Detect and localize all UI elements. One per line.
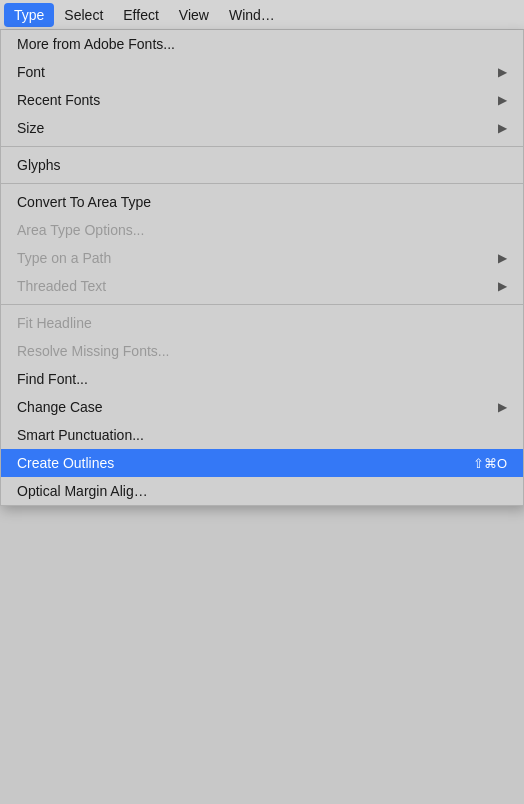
menu-item-fit-headline-label: Fit Headline xyxy=(17,315,92,331)
menu-item-font[interactable]: Font ▶ xyxy=(1,58,523,86)
menu-item-threaded-text[interactable]: Threaded Text ▶ xyxy=(1,272,523,300)
menu-item-create-outlines[interactable]: Create Outlines ⇧⌘O xyxy=(1,449,523,477)
menu-item-area-type-options[interactable]: Area Type Options... xyxy=(1,216,523,244)
menu-item-glyphs[interactable]: Glyphs xyxy=(1,151,523,179)
menu-item-area-type-options-label: Area Type Options... xyxy=(17,222,144,238)
menu-item-more-from-adobe[interactable]: More from Adobe Fonts... xyxy=(1,30,523,58)
menu-item-find-font[interactable]: Find Font... xyxy=(1,365,523,393)
menu-item-threaded-text-label: Threaded Text xyxy=(17,278,106,294)
menu-bar-type[interactable]: Type xyxy=(4,3,54,27)
separator-3 xyxy=(1,304,523,305)
menu-bar: Type Select Effect View Wind… xyxy=(0,0,524,30)
menu-bar-select[interactable]: Select xyxy=(54,3,113,27)
menu-bar-effect[interactable]: Effect xyxy=(113,3,169,27)
size-submenu-chevron: ▶ xyxy=(498,121,507,135)
menu-item-change-case[interactable]: Change Case ▶ xyxy=(1,393,523,421)
menu-item-change-case-label: Change Case xyxy=(17,399,103,415)
menu-item-font-label: Font xyxy=(17,64,45,80)
menu-item-smart-punctuation[interactable]: Smart Punctuation... xyxy=(1,421,523,449)
separator-1 xyxy=(1,146,523,147)
menu-item-create-outlines-label: Create Outlines xyxy=(17,455,114,471)
menu-item-glyphs-label: Glyphs xyxy=(17,157,61,173)
menu-item-resolve-missing-label: Resolve Missing Fonts... xyxy=(17,343,170,359)
menu-item-resolve-missing[interactable]: Resolve Missing Fonts... xyxy=(1,337,523,365)
menu-item-create-outlines-shortcut: ⇧⌘O xyxy=(473,456,507,471)
menu-item-convert-to-area-label: Convert To Area Type xyxy=(17,194,151,210)
font-submenu-chevron: ▶ xyxy=(498,65,507,79)
menu-item-convert-to-area[interactable]: Convert To Area Type xyxy=(1,188,523,216)
threaded-text-submenu-chevron: ▶ xyxy=(498,279,507,293)
menu-item-optical-margin-label: Optical Margin Alig… xyxy=(17,483,148,499)
change-case-submenu-chevron: ▶ xyxy=(498,400,507,414)
menu-item-size-label: Size xyxy=(17,120,44,136)
menu-item-optical-margin[interactable]: Optical Margin Alig… xyxy=(1,477,523,505)
separator-2 xyxy=(1,183,523,184)
menu-bar-view[interactable]: View xyxy=(169,3,219,27)
menu-bar-window[interactable]: Wind… xyxy=(219,3,285,27)
menu-item-more-from-adobe-label: More from Adobe Fonts... xyxy=(17,36,175,52)
menu-item-recent-fonts-label: Recent Fonts xyxy=(17,92,100,108)
menu-item-recent-fonts[interactable]: Recent Fonts ▶ xyxy=(1,86,523,114)
menu-item-type-on-path[interactable]: Type on a Path ▶ xyxy=(1,244,523,272)
menu-item-smart-punctuation-label: Smart Punctuation... xyxy=(17,427,144,443)
recent-fonts-submenu-chevron: ▶ xyxy=(498,93,507,107)
menu-item-fit-headline[interactable]: Fit Headline xyxy=(1,309,523,337)
type-on-path-submenu-chevron: ▶ xyxy=(498,251,507,265)
menu-item-type-on-path-label: Type on a Path xyxy=(17,250,111,266)
type-menu-dropdown: More from Adobe Fonts... Font ▶ Recent F… xyxy=(0,30,524,506)
menu-item-find-font-label: Find Font... xyxy=(17,371,88,387)
menu-item-size[interactable]: Size ▶ xyxy=(1,114,523,142)
